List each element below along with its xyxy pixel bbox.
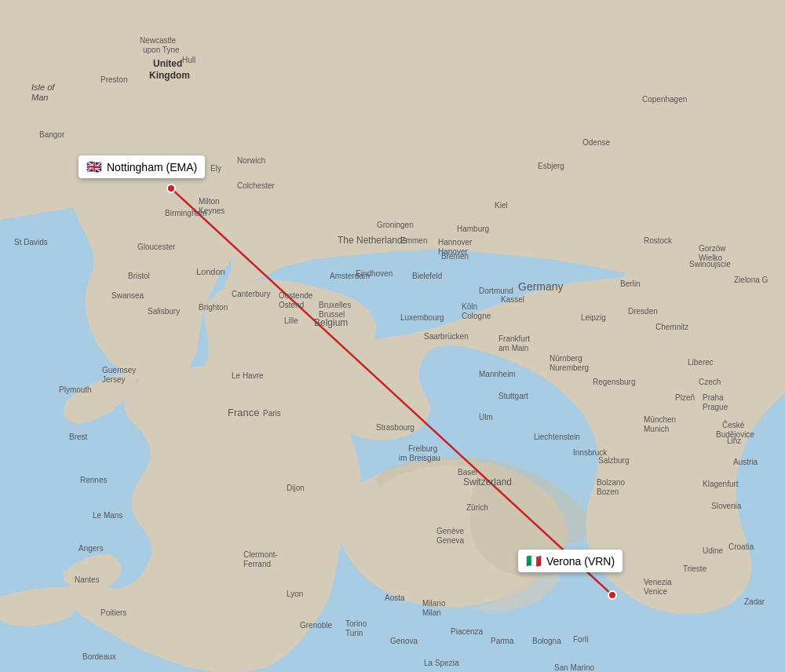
svg-text:Bordeaux: Bordeaux — [82, 652, 116, 661]
svg-text:Isle of: Isle of — [31, 82, 55, 92]
svg-text:Brest: Brest — [69, 433, 88, 441]
svg-text:Dijon: Dijon — [287, 484, 305, 492]
svg-text:Eindhoven: Eindhoven — [356, 269, 392, 278]
destination-text: Verona (VRN) — [546, 555, 615, 568]
svg-text:Geneva: Geneva — [436, 536, 464, 545]
svg-text:Liechtenstein: Liechtenstein — [534, 433, 580, 441]
svg-text:Ferrand: Ferrand — [243, 560, 271, 568]
svg-text:San Marino: San Marino — [554, 663, 595, 672]
svg-text:Hanover: Hanover — [438, 247, 468, 256]
svg-text:Zadar: Zadar — [744, 597, 765, 606]
svg-text:Colchester: Colchester — [237, 181, 275, 190]
svg-text:St Davids: St Davids — [14, 238, 48, 247]
svg-text:Bolzano: Bolzano — [597, 478, 626, 487]
svg-text:Jersey: Jersey — [102, 375, 125, 384]
svg-text:Leipzig: Leipzig — [581, 313, 606, 322]
svg-text:Plymouth: Plymouth — [59, 385, 92, 394]
svg-text:Swansea: Swansea — [111, 291, 144, 300]
svg-text:Ostend: Ostend — [279, 301, 304, 309]
svg-text:Rostock: Rostock — [644, 236, 673, 245]
destination-label: 🇮🇹 Verona (VRN) — [518, 550, 623, 572]
svg-text:Milano: Milano — [422, 599, 446, 608]
svg-text:České: České — [722, 420, 745, 429]
svg-text:Luxembourg: Luxembourg — [400, 313, 444, 322]
svg-text:Milan: Milan — [422, 608, 441, 617]
svg-text:Linz: Linz — [727, 436, 741, 445]
svg-text:Berlin: Berlin — [620, 279, 641, 288]
svg-text:Zielona G: Zielona G — [734, 276, 769, 284]
svg-text:Belgium: Belgium — [314, 317, 348, 328]
svg-text:Oostende: Oostende — [279, 291, 313, 300]
svg-text:Brussel: Brussel — [319, 310, 345, 319]
svg-text:Milton: Milton — [199, 197, 220, 206]
svg-text:Czech: Czech — [699, 378, 721, 386]
svg-text:La Spezia: La Spezia — [424, 659, 459, 667]
svg-text:Stuttgart: Stuttgart — [498, 392, 528, 400]
svg-text:Köln: Köln — [462, 302, 477, 311]
map-svg: Isle of Man United Kingdom Newcastle upo… — [0, 0, 785, 672]
svg-text:Dortmund: Dortmund — [479, 287, 513, 295]
svg-text:Dresden: Dresden — [628, 307, 658, 316]
svg-text:The Netherlands: The Netherlands — [338, 235, 407, 246]
origin-text: Nottingham (EMA) — [107, 161, 197, 173]
svg-text:Prague: Prague — [703, 403, 728, 411]
svg-text:Venice: Venice — [644, 587, 667, 596]
svg-text:Odense: Odense — [582, 138, 610, 147]
svg-point-131 — [167, 184, 175, 192]
svg-text:Strasbourg: Strasbourg — [376, 423, 414, 432]
svg-text:Groningen: Groningen — [377, 221, 414, 229]
svg-text:London: London — [196, 267, 225, 276]
svg-text:Trieste: Trieste — [683, 564, 707, 573]
svg-text:Gloucester: Gloucester — [137, 243, 176, 251]
svg-text:Kiel: Kiel — [495, 201, 508, 210]
svg-text:Ulm: Ulm — [479, 413, 493, 422]
svg-text:Zürich: Zürich — [466, 503, 488, 512]
svg-text:Brighton: Brighton — [199, 303, 228, 312]
svg-text:im Breisgau: im Breisgau — [399, 454, 440, 462]
svg-text:Klagenfurt: Klagenfurt — [703, 480, 739, 488]
svg-text:Liberec: Liberec — [688, 358, 714, 367]
svg-text:Ely: Ely — [210, 164, 221, 173]
svg-text:Canterbury: Canterbury — [232, 290, 270, 298]
svg-text:Udine: Udine — [703, 546, 724, 555]
destination-flag: 🇮🇹 — [526, 553, 542, 568]
svg-text:Preston: Preston — [100, 75, 127, 84]
svg-text:Le Mans: Le Mans — [93, 511, 122, 520]
svg-text:Saarbrücken: Saarbrücken — [424, 332, 469, 341]
svg-text:Croatia: Croatia — [728, 542, 754, 551]
svg-text:Nantes: Nantes — [75, 575, 100, 584]
svg-text:Chemnitz: Chemnitz — [655, 323, 688, 331]
svg-text:Lille: Lille — [284, 316, 298, 325]
svg-text:Aosta: Aosta — [385, 593, 405, 602]
svg-text:Cologne: Cologne — [462, 312, 491, 320]
svg-text:Frankfurt: Frankfurt — [498, 334, 530, 343]
svg-text:Regensburg: Regensburg — [593, 378, 635, 386]
svg-text:Nürnberg: Nürnberg — [550, 354, 582, 363]
svg-text:Paris: Paris — [263, 409, 281, 418]
svg-text:Freiburg: Freiburg — [408, 444, 437, 453]
svg-text:Bangor: Bangor — [39, 130, 65, 139]
svg-text:Piacenza: Piacenza — [451, 627, 484, 636]
svg-text:upon Tyne: upon Tyne — [143, 46, 180, 54]
origin-label: 🇬🇧 Nottingham (EMA) — [78, 155, 205, 178]
svg-text:Le Havre: Le Havre — [232, 371, 264, 380]
svg-text:Kingdom: Kingdom — [149, 70, 190, 81]
svg-text:Bruxelles: Bruxelles — [319, 301, 351, 309]
svg-text:Man: Man — [31, 93, 48, 102]
svg-text:Torino: Torino — [345, 619, 367, 628]
svg-text:Parma: Parma — [491, 637, 514, 645]
svg-text:Gorzów: Gorzów — [699, 244, 726, 253]
svg-text:Copenhagen: Copenhagen — [642, 95, 687, 104]
svg-text:Hamburg: Hamburg — [457, 225, 489, 233]
svg-text:Praha: Praha — [703, 393, 724, 402]
svg-text:Hull: Hull — [182, 56, 195, 64]
svg-text:Nuremberg: Nuremberg — [550, 363, 589, 372]
svg-text:Plzeň: Plzeň — [675, 393, 695, 402]
svg-text:Newcastle: Newcastle — [140, 36, 177, 45]
svg-text:Angers: Angers — [78, 544, 104, 553]
svg-text:Bielefeld: Bielefeld — [412, 272, 442, 280]
svg-text:am Main: am Main — [498, 344, 528, 352]
svg-text:France: France — [228, 407, 259, 418]
svg-text:Grenoble: Grenoble — [300, 621, 333, 630]
svg-text:Lyon: Lyon — [287, 590, 303, 598]
